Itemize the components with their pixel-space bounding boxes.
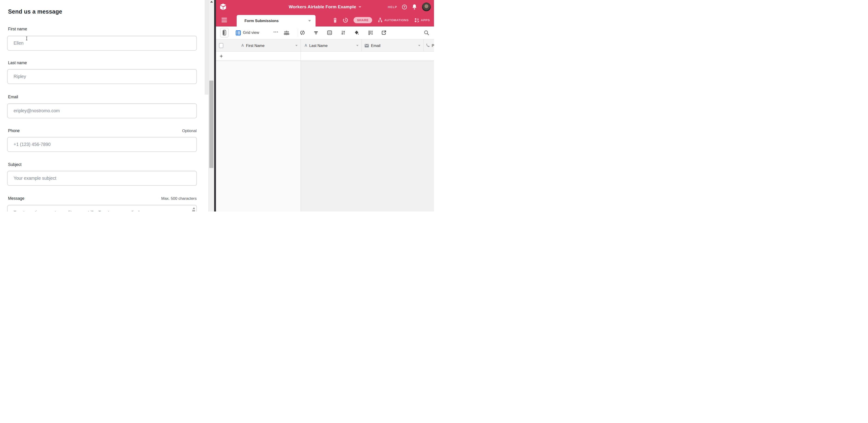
help-button[interactable]: HELP (388, 5, 397, 9)
phone-label: Phone (8, 128, 20, 133)
collaborators-icon[interactable] (284, 30, 289, 35)
view-config-buttons (300, 30, 386, 35)
view-toolbar: Grid view ••• (216, 27, 434, 39)
notifications-bell-icon[interactable] (412, 4, 417, 10)
message-textarea[interactable] (7, 205, 197, 212)
window-divider (214, 0, 216, 212)
contact-form-page: Send us a message First name Last name E… (0, 0, 205, 212)
last-name-input[interactable] (7, 69, 197, 84)
hide-fields-icon[interactable] (300, 30, 305, 35)
email-field-icon (365, 44, 369, 48)
base-title[interactable]: Workers Airtable Form Example (289, 4, 356, 9)
textarea-scrollbar-thumb[interactable] (192, 210, 195, 212)
column-caret-icon[interactable] (356, 45, 359, 46)
page-scrollbar[interactable] (208, 0, 214, 212)
grid-body-area (301, 61, 434, 212)
column-header-email[interactable]: Email (362, 39, 424, 52)
row-height-icon[interactable] (368, 30, 373, 35)
email-label-row: Email (8, 95, 197, 99)
scroll-up-arrow-icon[interactable] (210, 1, 213, 3)
toolbar-divider (298, 29, 298, 37)
column-caret-icon[interactable] (295, 45, 298, 46)
column-divider[interactable] (362, 39, 362, 52)
page-gutter (205, 0, 208, 95)
email-label: Email (8, 95, 18, 99)
help-question-icon[interactable]: ? (402, 5, 407, 9)
apps-button[interactable]: APPS (414, 18, 430, 23)
apps-icon (414, 18, 420, 23)
share-view-icon[interactable] (381, 30, 386, 35)
textarea-scroll-up-icon[interactable] (193, 207, 195, 209)
message-label-row: Message Max. 500 characters (8, 196, 197, 201)
airtable-topbar: Workers Airtable Form Example HELP ? (216, 0, 434, 14)
page-scrollbar-thumb[interactable] (209, 81, 213, 168)
automations-icon (377, 18, 383, 23)
text-field-icon: A (241, 43, 244, 48)
sort-icon[interactable] (340, 30, 346, 35)
view-name[interactable]: Grid view (243, 30, 259, 35)
message-label: Message (8, 196, 24, 201)
share-button[interactable]: SHARE (353, 17, 372, 23)
grid-body-frozen-area (216, 61, 301, 212)
phone-field[interactable] (7, 137, 197, 152)
frozen-column-divider[interactable] (301, 39, 301, 212)
history-icon[interactable] (343, 18, 348, 23)
views-sidebar-toggle[interactable] (220, 28, 228, 37)
grid-header-row: A First Name A Last Name Email Phone (216, 39, 434, 52)
last-name-label-row: Last name (8, 61, 197, 65)
filter-icon[interactable] (313, 30, 319, 35)
add-row-plus-icon[interactable]: + (220, 53, 223, 59)
trash-icon[interactable] (333, 18, 337, 23)
column-header-first-name[interactable]: A First Name (216, 39, 301, 52)
base-title-caret-icon[interactable] (359, 6, 361, 8)
color-icon[interactable] (354, 30, 360, 35)
last-name-label: Last name (8, 61, 27, 65)
text-cursor-icon (25, 36, 28, 41)
page-title: Send us a message (8, 8, 62, 15)
email-field[interactable] (7, 103, 197, 118)
first-name-label-row: First name (8, 27, 197, 32)
first-name-input[interactable] (7, 36, 197, 51)
search-icon[interactable] (424, 30, 429, 36)
subject-label: Subject (8, 162, 21, 167)
airtable-window: Workers Airtable Form Example HELP ? For… (216, 0, 434, 212)
automations-button[interactable]: AUTOMATIONS (377, 18, 409, 23)
tab-form-submissions[interactable]: Form Submissions (237, 15, 315, 27)
subject-label-row: Subject (8, 162, 197, 167)
add-row[interactable]: + (216, 52, 434, 61)
first-name-label: First name (8, 27, 27, 32)
phone-field-icon (426, 43, 430, 48)
view-more-button[interactable]: ••• (274, 30, 279, 34)
message-maxchars-hint: Max. 500 characters (161, 196, 197, 201)
subject-input[interactable] (7, 171, 197, 186)
table-caret-icon[interactable] (308, 20, 311, 22)
column-header-last-name[interactable]: A Last Name (301, 39, 362, 52)
sidebar-panel-icon (223, 30, 226, 35)
user-avatar[interactable] (422, 3, 431, 11)
grid-view-icon[interactable] (236, 30, 241, 35)
phone-optional-hint: Optional (182, 129, 197, 133)
group-icon[interactable] (327, 30, 332, 35)
table-name: Form Submissions (245, 19, 279, 23)
column-header-phone[interactable]: Phone (424, 39, 434, 52)
text-field-icon: A (305, 43, 307, 48)
column-caret-icon[interactable] (418, 45, 421, 46)
sidebar-menu-icon[interactable] (221, 18, 227, 22)
airtable-appbar: Form Submissions SHARE (216, 14, 434, 27)
phone-label-row: Phone Optional (8, 128, 197, 133)
topbar-right-cluster: HELP ? (388, 0, 431, 14)
appbar-right-cluster: SHARE AUTOMATIONS APPS (333, 14, 430, 27)
